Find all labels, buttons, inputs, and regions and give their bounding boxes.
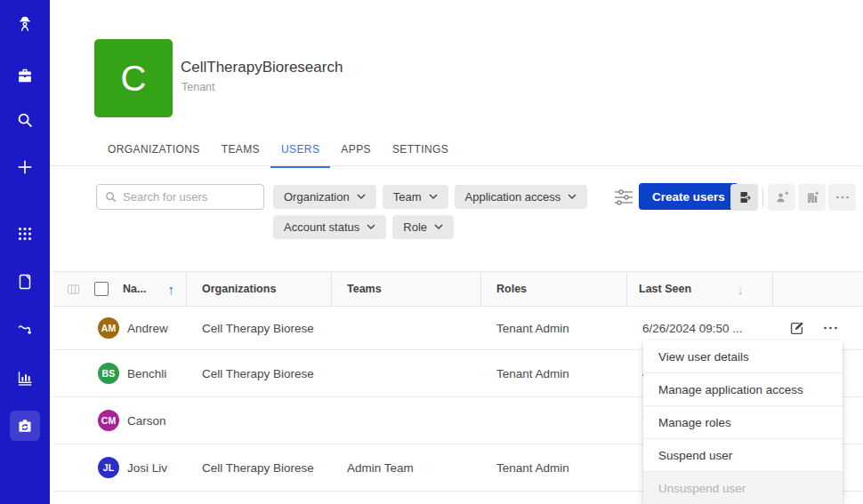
ellipsis-icon <box>823 325 838 331</box>
filter-team[interactable]: Team <box>383 185 448 209</box>
filter-label: Team <box>393 190 422 204</box>
cell-organizations: Cell Therapy Biorese <box>187 350 332 396</box>
export-icon <box>737 189 753 205</box>
filter-application-access[interactable]: Application access <box>455 185 588 209</box>
create-users-button[interactable]: Create users <box>639 183 738 210</box>
menu-item-unsuspend-user: Unsuspend user <box>643 472 843 504</box>
tenant-tabs: ORGANIZATIONS TEAMS USERS APPS SETTINGS <box>97 138 459 168</box>
cell-teams: Admin Team <box>332 444 481 491</box>
filter-label: Account status <box>284 220 359 234</box>
sort-ascending-icon[interactable]: ↑ <box>167 282 174 297</box>
add-to-organization-button[interactable] <box>798 184 826 211</box>
column-header-last-seen[interactable]: Last Seen ↓ <box>627 272 773 306</box>
avatar: CM <box>98 410 119 431</box>
select-all-checkbox[interactable] <box>94 282 109 296</box>
notebook-icon[interactable] <box>15 272 35 292</box>
filter-role[interactable]: Role <box>392 215 454 239</box>
user-name[interactable]: Benchli <box>127 367 166 380</box>
add-building-icon <box>804 189 820 205</box>
search-icon <box>104 190 117 204</box>
apps-grid-icon[interactable] <box>15 224 35 244</box>
cell-roles: Tenant Admin <box>481 444 627 491</box>
app-sidebar <box>0 0 50 504</box>
page-subtitle: Tenant <box>181 81 215 93</box>
avatar: JL <box>98 457 119 478</box>
column-header-label: Last Seen <box>639 283 691 295</box>
filter-account-status[interactable]: Account status <box>273 215 386 239</box>
table-header: Na... ↑ Organizations Teams Roles Last S… <box>53 271 863 307</box>
search-icon[interactable] <box>15 110 35 130</box>
cell-organizations <box>187 397 332 444</box>
pipeline-icon[interactable] <box>15 320 35 340</box>
column-header-name[interactable]: Na... <box>123 283 146 295</box>
avatar: BS <box>98 363 119 384</box>
cell-teams <box>332 350 481 396</box>
user-name[interactable]: Carson <box>127 414 166 428</box>
chevron-down-icon <box>434 224 443 230</box>
chevron-down-icon <box>357 194 366 200</box>
tabs-divider <box>50 165 863 166</box>
page-title: CellTherapyBioresearch <box>181 59 343 76</box>
export-users-button[interactable] <box>730 184 758 211</box>
tab-settings[interactable]: SETTINGS <box>382 138 459 168</box>
user-name[interactable]: Andrew <box>127 322 168 335</box>
filter-organization[interactable]: Organization <box>273 185 376 209</box>
add-to-team-button[interactable] <box>768 184 795 211</box>
plus-icon[interactable] <box>15 157 35 177</box>
cell-roles: Tenant Admin <box>481 350 627 396</box>
chevron-down-icon <box>429 194 438 200</box>
filter-row-1: Organization Team Application access <box>273 185 587 209</box>
filter-label: Organization <box>284 190 350 204</box>
cell-teams <box>332 397 481 444</box>
filter-label: Role <box>403 220 427 234</box>
row-actions-menu: View user details Manage application acc… <box>643 340 843 504</box>
row-more-actions-button[interactable] <box>823 325 838 331</box>
user-search[interactable] <box>96 184 264 210</box>
chevron-down-icon <box>367 224 375 230</box>
tab-users[interactable]: USERS <box>270 138 330 168</box>
cell-organizations: Cell Therapy Biorese <box>187 444 332 491</box>
tenant-users-page: C CellTherapyBioresearch Tenant ORGANIZA… <box>0 0 863 504</box>
search-input[interactable] <box>123 190 256 204</box>
column-selector-icon[interactable] <box>67 283 80 296</box>
chevron-down-icon <box>568 194 577 200</box>
column-header-actions <box>773 272 863 306</box>
tab-apps[interactable]: APPS <box>330 138 382 168</box>
more-actions-button[interactable] <box>828 184 856 211</box>
cell-roles: Tenant Admin <box>481 307 627 349</box>
toolbar-divider <box>762 188 763 207</box>
edit-user-button[interactable] <box>788 320 805 337</box>
tab-teams[interactable]: TEAMS <box>211 138 270 168</box>
sort-descending-icon[interactable]: ↓ <box>738 282 745 297</box>
filter-row-2: Account status Role <box>273 215 454 239</box>
avatar: AM <box>98 317 119 339</box>
briefcase-icon[interactable] <box>15 66 35 85</box>
ellipsis-icon <box>835 195 850 200</box>
cell-teams <box>332 307 481 349</box>
menu-item-manage-application-access[interactable]: Manage application access <box>643 373 843 406</box>
briefcase-sync-icon[interactable] <box>15 416 35 436</box>
cell-roles <box>481 397 627 444</box>
menu-item-view-user-details[interactable]: View user details <box>643 340 843 373</box>
worker-icon[interactable] <box>15 14 35 34</box>
table-settings-icon[interactable] <box>614 188 633 206</box>
tenant-avatar: C <box>94 39 173 117</box>
user-name[interactable]: Josi Liv <box>127 461 167 475</box>
edit-icon <box>788 320 805 337</box>
column-header-teams[interactable]: Teams <box>332 272 481 306</box>
tab-organizations[interactable]: ORGANIZATIONS <box>97 138 211 168</box>
menu-item-manage-roles[interactable]: Manage roles <box>643 406 843 439</box>
cell-organizations: Cell Therapy Biorese <box>187 307 332 349</box>
column-header-organizations[interactable]: Organizations <box>187 272 332 306</box>
add-user-icon <box>774 189 790 205</box>
column-header-roles[interactable]: Roles <box>481 272 627 306</box>
filter-label: Application access <box>465 190 561 204</box>
menu-item-suspend-user[interactable]: Suspend user <box>643 439 843 472</box>
bar-chart-icon[interactable] <box>15 368 35 388</box>
